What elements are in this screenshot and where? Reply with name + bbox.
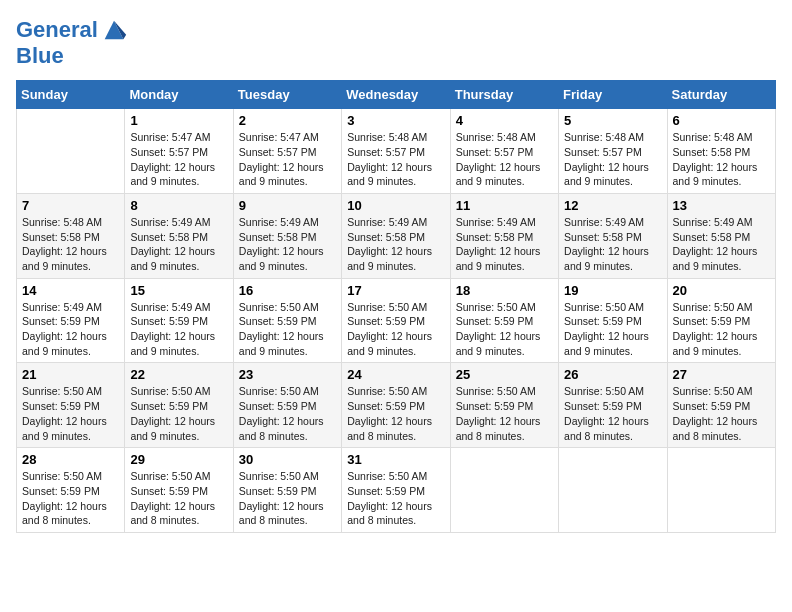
- calendar-cell: [17, 109, 125, 194]
- day-number: 16: [239, 283, 336, 298]
- day-info: Sunrise: 5:48 AM Sunset: 5:57 PM Dayligh…: [456, 130, 553, 189]
- day-number: 20: [673, 283, 770, 298]
- day-info: Sunrise: 5:50 AM Sunset: 5:59 PM Dayligh…: [239, 300, 336, 359]
- day-number: 31: [347, 452, 444, 467]
- calendar-cell: 20Sunrise: 5:50 AM Sunset: 5:59 PM Dayli…: [667, 278, 775, 363]
- day-info: Sunrise: 5:50 AM Sunset: 5:59 PM Dayligh…: [347, 384, 444, 443]
- day-info: Sunrise: 5:48 AM Sunset: 5:57 PM Dayligh…: [564, 130, 661, 189]
- day-info: Sunrise: 5:50 AM Sunset: 5:59 PM Dayligh…: [564, 384, 661, 443]
- day-number: 5: [564, 113, 661, 128]
- calendar-cell: 4Sunrise: 5:48 AM Sunset: 5:57 PM Daylig…: [450, 109, 558, 194]
- day-info: Sunrise: 5:49 AM Sunset: 5:58 PM Dayligh…: [130, 215, 227, 274]
- day-number: 25: [456, 367, 553, 382]
- calendar-cell: 29Sunrise: 5:50 AM Sunset: 5:59 PM Dayli…: [125, 448, 233, 533]
- day-number: 17: [347, 283, 444, 298]
- calendar-cell: 23Sunrise: 5:50 AM Sunset: 5:59 PM Dayli…: [233, 363, 341, 448]
- calendar-cell: 16Sunrise: 5:50 AM Sunset: 5:59 PM Dayli…: [233, 278, 341, 363]
- calendar-header-row: SundayMondayTuesdayWednesdayThursdayFrid…: [17, 81, 776, 109]
- day-info: Sunrise: 5:49 AM Sunset: 5:58 PM Dayligh…: [564, 215, 661, 274]
- day-number: 28: [22, 452, 119, 467]
- col-header-tuesday: Tuesday: [233, 81, 341, 109]
- calendar-cell: 19Sunrise: 5:50 AM Sunset: 5:59 PM Dayli…: [559, 278, 667, 363]
- col-header-wednesday: Wednesday: [342, 81, 450, 109]
- day-info: Sunrise: 5:48 AM Sunset: 5:58 PM Dayligh…: [22, 215, 119, 274]
- calendar-week-row: 1Sunrise: 5:47 AM Sunset: 5:57 PM Daylig…: [17, 109, 776, 194]
- day-info: Sunrise: 5:49 AM Sunset: 5:58 PM Dayligh…: [239, 215, 336, 274]
- day-number: 11: [456, 198, 553, 213]
- day-info: Sunrise: 5:50 AM Sunset: 5:59 PM Dayligh…: [456, 300, 553, 359]
- calendar-cell: 25Sunrise: 5:50 AM Sunset: 5:59 PM Dayli…: [450, 363, 558, 448]
- day-info: Sunrise: 5:50 AM Sunset: 5:59 PM Dayligh…: [130, 384, 227, 443]
- day-number: 30: [239, 452, 336, 467]
- day-info: Sunrise: 5:50 AM Sunset: 5:59 PM Dayligh…: [673, 300, 770, 359]
- col-header-friday: Friday: [559, 81, 667, 109]
- calendar-cell: 13Sunrise: 5:49 AM Sunset: 5:58 PM Dayli…: [667, 193, 775, 278]
- calendar-cell: 27Sunrise: 5:50 AM Sunset: 5:59 PM Dayli…: [667, 363, 775, 448]
- calendar-cell: 6Sunrise: 5:48 AM Sunset: 5:58 PM Daylig…: [667, 109, 775, 194]
- calendar-cell: 14Sunrise: 5:49 AM Sunset: 5:59 PM Dayli…: [17, 278, 125, 363]
- col-header-saturday: Saturday: [667, 81, 775, 109]
- calendar-week-row: 14Sunrise: 5:49 AM Sunset: 5:59 PM Dayli…: [17, 278, 776, 363]
- day-number: 27: [673, 367, 770, 382]
- col-header-thursday: Thursday: [450, 81, 558, 109]
- calendar-cell: 22Sunrise: 5:50 AM Sunset: 5:59 PM Dayli…: [125, 363, 233, 448]
- day-number: 1: [130, 113, 227, 128]
- calendar-cell: 17Sunrise: 5:50 AM Sunset: 5:59 PM Dayli…: [342, 278, 450, 363]
- day-info: Sunrise: 5:47 AM Sunset: 5:57 PM Dayligh…: [239, 130, 336, 189]
- day-info: Sunrise: 5:50 AM Sunset: 5:59 PM Dayligh…: [22, 469, 119, 528]
- day-number: 13: [673, 198, 770, 213]
- day-number: 15: [130, 283, 227, 298]
- day-number: 9: [239, 198, 336, 213]
- day-info: Sunrise: 5:49 AM Sunset: 5:58 PM Dayligh…: [456, 215, 553, 274]
- day-info: Sunrise: 5:50 AM Sunset: 5:59 PM Dayligh…: [239, 384, 336, 443]
- day-number: 12: [564, 198, 661, 213]
- day-number: 18: [456, 283, 553, 298]
- day-number: 24: [347, 367, 444, 382]
- day-info: Sunrise: 5:48 AM Sunset: 5:58 PM Dayligh…: [673, 130, 770, 189]
- day-number: 8: [130, 198, 227, 213]
- day-number: 3: [347, 113, 444, 128]
- calendar-week-row: 21Sunrise: 5:50 AM Sunset: 5:59 PM Dayli…: [17, 363, 776, 448]
- day-info: Sunrise: 5:48 AM Sunset: 5:57 PM Dayligh…: [347, 130, 444, 189]
- logo-blue-text: Blue: [16, 44, 64, 68]
- calendar-cell: [559, 448, 667, 533]
- day-number: 26: [564, 367, 661, 382]
- col-header-monday: Monday: [125, 81, 233, 109]
- day-number: 29: [130, 452, 227, 467]
- day-number: 6: [673, 113, 770, 128]
- logo-text: General: [16, 18, 98, 42]
- calendar-cell: 10Sunrise: 5:49 AM Sunset: 5:58 PM Dayli…: [342, 193, 450, 278]
- calendar-cell: 5Sunrise: 5:48 AM Sunset: 5:57 PM Daylig…: [559, 109, 667, 194]
- day-info: Sunrise: 5:49 AM Sunset: 5:59 PM Dayligh…: [130, 300, 227, 359]
- calendar-cell: 11Sunrise: 5:49 AM Sunset: 5:58 PM Dayli…: [450, 193, 558, 278]
- calendar-cell: [667, 448, 775, 533]
- day-info: Sunrise: 5:50 AM Sunset: 5:59 PM Dayligh…: [239, 469, 336, 528]
- calendar-cell: 8Sunrise: 5:49 AM Sunset: 5:58 PM Daylig…: [125, 193, 233, 278]
- calendar-cell: 7Sunrise: 5:48 AM Sunset: 5:58 PM Daylig…: [17, 193, 125, 278]
- day-info: Sunrise: 5:47 AM Sunset: 5:57 PM Dayligh…: [130, 130, 227, 189]
- calendar-cell: 28Sunrise: 5:50 AM Sunset: 5:59 PM Dayli…: [17, 448, 125, 533]
- day-info: Sunrise: 5:50 AM Sunset: 5:59 PM Dayligh…: [22, 384, 119, 443]
- calendar-cell: 12Sunrise: 5:49 AM Sunset: 5:58 PM Dayli…: [559, 193, 667, 278]
- day-info: Sunrise: 5:50 AM Sunset: 5:59 PM Dayligh…: [347, 300, 444, 359]
- calendar-cell: 1Sunrise: 5:47 AM Sunset: 5:57 PM Daylig…: [125, 109, 233, 194]
- day-info: Sunrise: 5:49 AM Sunset: 5:58 PM Dayligh…: [347, 215, 444, 274]
- day-number: 21: [22, 367, 119, 382]
- day-info: Sunrise: 5:50 AM Sunset: 5:59 PM Dayligh…: [456, 384, 553, 443]
- day-number: 4: [456, 113, 553, 128]
- calendar-cell: 31Sunrise: 5:50 AM Sunset: 5:59 PM Dayli…: [342, 448, 450, 533]
- day-number: 14: [22, 283, 119, 298]
- day-info: Sunrise: 5:50 AM Sunset: 5:59 PM Dayligh…: [347, 469, 444, 528]
- calendar-cell: 3Sunrise: 5:48 AM Sunset: 5:57 PM Daylig…: [342, 109, 450, 194]
- calendar-cell: 18Sunrise: 5:50 AM Sunset: 5:59 PM Dayli…: [450, 278, 558, 363]
- calendar-cell: 15Sunrise: 5:49 AM Sunset: 5:59 PM Dayli…: [125, 278, 233, 363]
- day-number: 2: [239, 113, 336, 128]
- calendar-cell: [450, 448, 558, 533]
- logo: General Blue: [16, 16, 128, 68]
- day-number: 10: [347, 198, 444, 213]
- calendar-week-row: 7Sunrise: 5:48 AM Sunset: 5:58 PM Daylig…: [17, 193, 776, 278]
- calendar-week-row: 28Sunrise: 5:50 AM Sunset: 5:59 PM Dayli…: [17, 448, 776, 533]
- calendar-cell: 9Sunrise: 5:49 AM Sunset: 5:58 PM Daylig…: [233, 193, 341, 278]
- day-number: 19: [564, 283, 661, 298]
- col-header-sunday: Sunday: [17, 81, 125, 109]
